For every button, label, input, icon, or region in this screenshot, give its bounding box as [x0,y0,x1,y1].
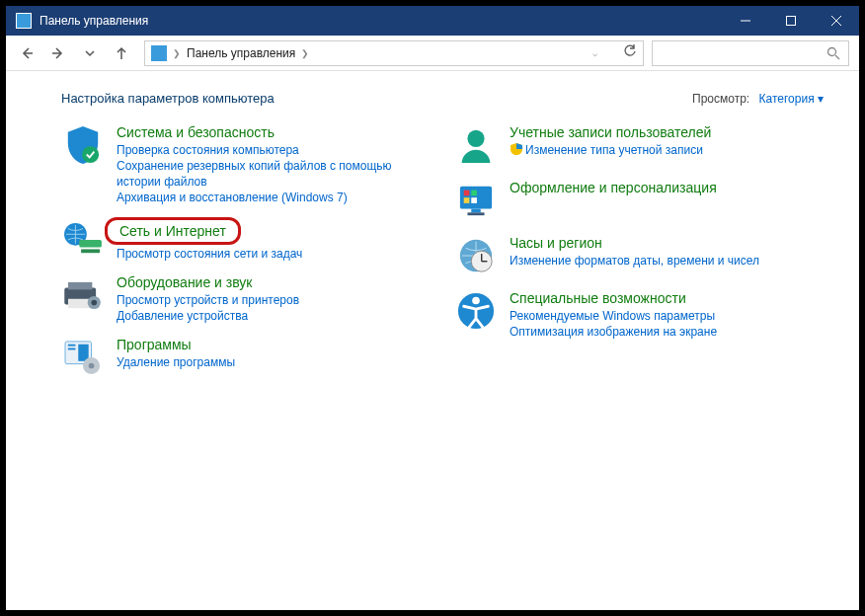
personalization-icon [454,179,498,222]
left-column: Система и безопасность Проверка состояни… [61,123,431,391]
view-by-dropdown[interactable]: Категория ▾ [759,92,824,106]
content-area: Настройка параметров компьютера Просмотр… [6,71,859,610]
category-programs: Программы Удаление программы [61,336,431,379]
category-link[interactable]: Удаление программы [117,354,235,370]
uac-shield-icon [510,142,523,156]
user-icon [454,123,498,167]
svg-point-23 [89,363,95,369]
right-column: Учетные записи пользователей Изменение т… [454,123,824,391]
svg-point-24 [467,130,484,147]
category-title[interactable]: Специальные возможности [510,289,686,307]
category-link[interactable]: Изменение форматов даты, времени и чисел [510,253,759,269]
svg-rect-19 [68,345,76,346]
category-link[interactable]: Архивация и восстановление (Windows 7) [117,190,431,205]
svg-point-9 [82,146,99,163]
titlebar: Панель управления [6,6,859,36]
programs-icon [61,336,105,379]
svg-point-37 [472,297,480,305]
svg-rect-1 [787,17,796,26]
category-user-accounts: Учетные записи пользователей Изменение т… [454,123,824,167]
control-panel-icon [16,13,32,29]
forward-button[interactable] [43,39,73,67]
recent-dropdown[interactable] [75,39,105,67]
category-link[interactable]: Проверка состояния компьютера [117,142,431,158]
address-bar[interactable]: ❯ Панель управления ❯ ⌵ [144,40,644,66]
category-link[interactable]: Просмотр устройств и принтеров [117,292,299,308]
category-title[interactable]: Оформление и персонализация [510,179,717,196]
control-panel-window: Панель управления ❯ Панель управления ❯ … [6,6,859,610]
category-clock-region: Часы и регион Изменение форматов даты, в… [454,234,824,277]
chevron-down-icon[interactable]: ⌵ [592,48,597,58]
svg-point-7 [828,47,836,55]
category-link-with-shield[interactable]: Изменение типа учетной записи [510,142,711,158]
clock-icon [454,234,498,277]
category-title[interactable]: Система и безопасность [117,123,275,141]
svg-rect-31 [471,197,477,203]
category-title[interactable]: Часы и регион [510,234,602,252]
category-title[interactable]: Программы [117,336,192,353]
refresh-button[interactable] [623,44,637,61]
category-link[interactable]: Просмотр состояния сети и задач [117,246,302,262]
accessibility-icon [454,289,498,333]
category-network-internet: Сеть и Интернет Просмотр состояния сети … [61,217,431,262]
back-button[interactable] [12,39,41,67]
close-button[interactable] [814,6,859,36]
svg-rect-11 [79,240,102,248]
svg-point-17 [91,300,97,306]
svg-rect-27 [467,212,484,215]
shield-icon [61,123,105,167]
view-by: Просмотр: Категория ▾ [692,92,824,106]
category-hardware-sound: Оборудование и звук Просмотр устройств и… [61,273,431,324]
breadcrumb-root[interactable]: Панель управления [187,46,295,60]
chevron-right-icon: ❯ [301,48,309,58]
printer-icon [61,273,105,317]
up-button[interactable] [107,39,136,67]
category-link[interactable]: Рекомендуемые Windows параметры [510,308,717,324]
svg-rect-29 [471,191,477,196]
nav-toolbar: ❯ Панель управления ❯ ⌵ [6,36,859,71]
search-icon [826,46,840,60]
svg-rect-30 [464,197,470,203]
category-link[interactable]: Сохранение резервных копий файлов с помо… [117,158,431,190]
address-icon [151,45,167,61]
category-appearance-personalization: Оформление и персонализация [454,179,824,222]
category-title[interactable]: Оборудование и звук [117,273,253,291]
category-title-highlighted[interactable]: Сеть и Интернет [105,217,241,245]
page-heading: Настройка параметров компьютера [61,91,692,106]
window-title: Панель управления [39,14,723,28]
svg-rect-20 [68,348,76,350]
search-box[interactable] [652,40,849,66]
svg-rect-12 [81,249,100,253]
svg-rect-28 [464,191,470,196]
maximize-button[interactable] [768,6,814,36]
svg-line-8 [835,55,839,59]
category-title[interactable]: Учетные записи пользователей [510,123,711,141]
view-by-label: Просмотр: [692,92,749,106]
globe-icon [61,217,105,261]
svg-rect-14 [68,282,92,290]
category-link[interactable]: Добавление устройства [117,308,299,324]
category-ease-of-access: Специальные возможности Рекомендуемые Wi… [454,289,824,340]
chevron-right-icon: ❯ [173,48,181,58]
category-system-security: Система и безопасность Проверка состояни… [61,123,431,205]
minimize-button[interactable] [723,6,768,36]
category-link[interactable]: Оптимизация изображения на экране [510,324,717,340]
svg-rect-26 [471,209,480,213]
